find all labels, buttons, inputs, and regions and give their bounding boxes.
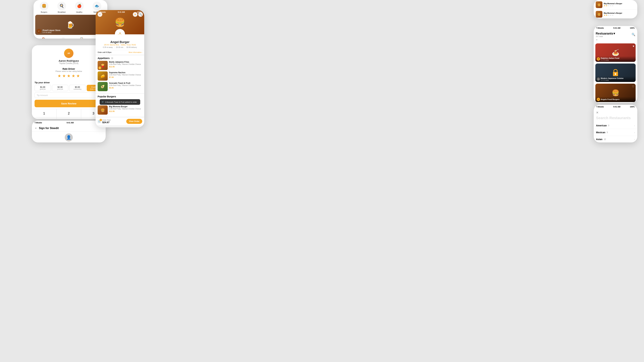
proof-liquor-card[interactable]: 🍺 ♥ P Proof Liquor Store 0.4 mi away	[35, 15, 106, 35]
menu-item-big-momma[interactable]: 🍔 Big Momma Burger 1/2lb Beef Patty, Til…	[98, 105, 142, 115]
edit-photo-link[interactable]: Edit Photo	[64, 142, 73, 142]
star2-empty-3: ★	[608, 14, 610, 16]
fries-desc: 1/2lb Beef Patty, Tillamok Cheddar Chees…	[109, 63, 142, 65]
review-info-1: Big Momma's Burger ★ ★ ★ ★ ★	[604, 2, 635, 7]
rate-section: Rate Driver Please select a star rating …	[32, 66, 106, 81]
search-american[interactable]: American 3 ›	[594, 122, 637, 129]
japanese-dist: 0.2 mi away	[601, 79, 624, 81]
cart-notification-icon: 🛒	[102, 101, 104, 103]
big-momma-image: 🍔	[98, 105, 108, 115]
menu-section-burgers: Popular Burgers 🛒 1 Avocado Toast & Frui…	[96, 94, 144, 117]
american-label: American	[596, 124, 607, 127]
star2-filled-2: ★	[606, 14, 608, 16]
restaurant-info: P Proof Liquor Store 0.4 mi away	[36, 29, 60, 33]
tip-1-dollar[interactable]: $1.00 good job	[34, 85, 51, 91]
angel-burger-screen: T-Mobile 9:41 AM 100% 🍔 ← ♥ 🔍 🍔 ANGEL An…	[96, 10, 144, 127]
notification-text: 1 Avocado Toast & Fruit added to order	[105, 101, 137, 103]
big-momma-desc: 1/2lb Beef Patty, Tillamok Cheddar Chees…	[109, 108, 142, 110]
category-burgers[interactable]: 🍔 Burgers	[40, 2, 48, 13]
menu-item-toast[interactable]: 🥑 Avocado Toast & Fruit 1/2lb Beef Patty…	[98, 82, 142, 91]
star-5[interactable]: ★	[76, 73, 80, 78]
restaurant-avatar: P	[36, 29, 41, 33]
carrier-screen4: T-Mobile	[98, 11, 106, 13]
status-bar-screen7: T-Mobile 9:41 AM 100%	[594, 105, 637, 109]
star-3[interactable]: ★	[67, 73, 70, 78]
search-title: Search Restaurants	[596, 116, 635, 120]
numpad-4[interactable]: 4	[32, 118, 56, 119]
numpad-2[interactable]: 2	[56, 109, 81, 118]
star-filled-2: ★	[606, 4, 608, 7]
back-icon[interactable]: ←	[596, 38, 598, 41]
search-mexican[interactable]: Mexican 3 ›	[594, 129, 637, 136]
category-breakfast[interactable]: 🍳 Breakfast	[57, 2, 66, 13]
close-button[interactable]: ✕	[596, 111, 598, 114]
section-header-appetizers: Appetizers 3	[98, 57, 142, 59]
review-name-2: Big Momma's Burger	[604, 12, 635, 14]
carrier-screen7: T-Mobile	[596, 106, 604, 108]
tip-2-desc: great job	[53, 88, 68, 90]
toast-price: $6.95	[109, 87, 142, 89]
driver-avatar: AR	[64, 49, 74, 58]
tip-2-amount: $2.00	[53, 86, 68, 88]
nav-favorites[interactable]: ♡ Favorites	[60, 37, 66, 38]
star-empty-3: ★	[608, 4, 610, 7]
back-arrow-icon[interactable]: ←	[34, 126, 38, 130]
order-notification: 🛒 1 Avocado Toast & Fruit added to order	[100, 99, 140, 105]
nav-order-now[interactable]: 🏠 Order Now	[40, 37, 47, 38]
review-info-2: Big Momma's Burger ★ ★ ★ ★ ★	[604, 12, 635, 16]
mexican-label: Mexican	[596, 131, 605, 134]
tip-2-dollar[interactable]: $2.00 great job	[52, 85, 68, 91]
header-dropdown[interactable]: Restuarants ▾	[596, 32, 615, 35]
order-bar: 🛒 2 Order Total $24.67 View Order	[96, 117, 144, 125]
angels-overlay: A Angels Food Burgers	[595, 97, 636, 102]
restaurant-details: Angel Burger 105 W. Saxony Blvd. - Dalla…	[96, 34, 144, 50]
appetizers-section: Appetizers 3 🍟 2 Beefy Jalepeno Fries 1/…	[96, 55, 144, 93]
nav-back-row: ←	[594, 38, 637, 42]
nachos-name: Supreme Nachos	[109, 71, 142, 74]
search-title-container: Search Restaurants	[594, 116, 637, 122]
american-arrow-icon: ›	[634, 124, 635, 127]
ralphies-dist: 0.1 mi away	[601, 59, 619, 61]
restaurant-meta: 0.35 mi away | 20-30 min | $3.99 deliver…	[98, 46, 142, 48]
view-order-button[interactable]: View Order	[126, 119, 142, 124]
ralphies-card[interactable]: 🍝 ♥ R Ralphies Italian Food 0.1 mi away	[595, 43, 636, 62]
star-2[interactable]: ★	[62, 73, 66, 78]
menu-item-nachos[interactable]: 🧀 Supreme Nachos 1/2lb Beef Patty, Tilla…	[98, 71, 142, 81]
more-info-link[interactable]: More Information ›	[129, 51, 142, 53]
numpad-5[interactable]: 5	[56, 118, 81, 119]
angels-heart[interactable]: ♡	[632, 85, 634, 88]
japanese-card[interactable]: J Modern Japanese Cuisine 0.2 mi away	[595, 63, 636, 82]
tip-1-desc: good job	[36, 88, 50, 90]
angels-burgers-card[interactable]: 🍔 ♡ A Angels Food Burgers	[595, 84, 636, 102]
cart-badge: 2	[100, 119, 102, 121]
restaurant-details-card: Angel Burger 105 W. Saxony Blvd. - Dalla…	[96, 34, 144, 55]
tip-amount-input[interactable]: Tip Amount	[34, 92, 103, 98]
chevron-right-icon: ›	[142, 51, 142, 53]
nav-orders[interactable]: 📋 Orders	[79, 37, 84, 38]
star-1[interactable]: ★	[58, 73, 61, 78]
tip-3-dollar[interactable]: $3.00 outstanding	[69, 85, 86, 91]
ralphies-heart[interactable]: ♥	[633, 45, 634, 48]
menu-item-fries[interactable]: 🍟 2 Beefy Jalepeno Fries 1/2lb Beef Patt…	[98, 61, 142, 70]
battery-screen4: 100%	[137, 11, 142, 13]
mexican-count: 3	[606, 131, 608, 134]
driver-header: AR Aaron Rodriguez Toyota Corolla (2014)	[32, 45, 106, 66]
save-review-button[interactable]: Save Review	[34, 100, 103, 107]
search-icon-header[interactable]: 🔍	[632, 33, 635, 36]
star-empty-4: ★	[610, 4, 612, 7]
seafood-icon: 🐟	[92, 2, 101, 10]
numpad-1[interactable]: 1	[32, 109, 56, 118]
search-asian[interactable]: Asian 12 ›	[594, 136, 637, 142]
restaurant-title: Angel Burger	[98, 40, 142, 44]
japanese-name: Modern Japanese Cuisine	[601, 77, 624, 79]
stars-row[interactable]: ★ ★ ★ ★ ★	[34, 73, 103, 78]
search-restaurants-screen: T-Mobile 9:41 AM 100% ✕ Search Restauran…	[594, 105, 637, 142]
category-healthy[interactable]: 🍎 Healthy	[75, 2, 84, 13]
numpad: 1 2 3 4 5 6 7 8 9 . 0 ⌫	[32, 109, 106, 119]
status-bar-screen3: T-Mobile 9:41 AM 100%	[32, 121, 106, 125]
search-header: ✕	[594, 109, 637, 116]
driver-avatar-initials: AR	[68, 52, 70, 54]
star-4[interactable]: ★	[72, 73, 75, 78]
tip-amount-placeholder: Tip Amount	[37, 94, 48, 96]
japanese-info: Modern Japanese Cuisine 0.2 mi away	[601, 77, 624, 81]
